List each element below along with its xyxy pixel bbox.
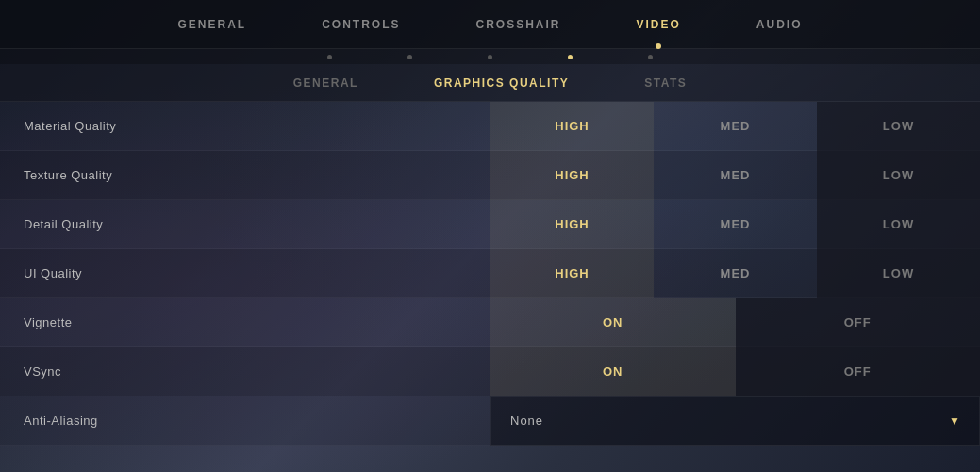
row-texture-quality: Texture Quality High Med Low (0, 151, 980, 200)
chevron-down-icon: ▼ (949, 414, 960, 428)
options-detail-quality: High Med Low (490, 200, 980, 249)
dot-controls-circle (407, 55, 412, 59)
option-material-high[interactable]: High (490, 102, 654, 151)
dot-crosshair-circle (488, 55, 492, 59)
sub-nav-stats[interactable]: STATS (635, 76, 696, 90)
dot-video (530, 55, 610, 59)
nav-item-general[interactable]: GENERAL (140, 0, 284, 49)
nav-item-controls[interactable]: CONTROLS (284, 0, 438, 49)
row-anti-aliasing: Anti-Aliasing None ▼ (0, 396, 980, 446)
option-texture-med[interactable]: Med (654, 151, 817, 200)
option-ui-med[interactable]: Med (654, 249, 817, 298)
dropdown-anti-aliasing[interactable]: None ▼ (490, 396, 980, 446)
option-vsync-on[interactable]: On (490, 347, 736, 396)
dropdown-anti-aliasing-value: None (510, 413, 543, 428)
nav-item-audio[interactable]: AUDIO (719, 0, 840, 49)
sub-nav-general[interactable]: GENERAL (284, 76, 368, 90)
dot-audio (610, 55, 690, 59)
label-material-quality: Material Quality (0, 119, 490, 133)
row-vsync: VSync On Off (0, 347, 980, 396)
dot-general (290, 55, 370, 59)
dot-general-circle (327, 55, 332, 59)
option-texture-low[interactable]: Low (817, 151, 980, 200)
options-vignette: On Off (490, 298, 980, 347)
label-vsync: VSync (0, 364, 490, 379)
nav-item-video[interactable]: VIDEO (599, 0, 719, 49)
label-detail-quality: Detail Quality (0, 217, 490, 231)
row-material-quality: Material Quality High Med Low (0, 102, 980, 151)
nav-indicator-row (0, 49, 980, 64)
options-vsync: On Off (490, 347, 980, 396)
options-material-quality: High Med Low (490, 102, 980, 151)
options-ui-quality: High Med Low (490, 249, 980, 298)
label-anti-aliasing: Anti-Aliasing (0, 413, 490, 428)
option-detail-high[interactable]: High (490, 200, 654, 249)
option-vignette-off[interactable]: Off (736, 298, 981, 347)
row-vignette: Vignette On Off (0, 298, 980, 347)
option-vignette-on[interactable]: On (490, 298, 736, 347)
row-detail-quality: Detail Quality High Med Low (0, 200, 980, 249)
top-nav: GENERAL CONTROLS CROSSHAIR VIDEO AUDIO (0, 0, 980, 49)
option-texture-high[interactable]: High (490, 151, 654, 200)
sub-nav: GENERAL GRAPHICS QUALITY STATS (0, 64, 980, 102)
nav-item-crosshair[interactable]: CROSSHAIR (438, 0, 598, 49)
dot-crosshair (450, 55, 530, 59)
dot-controls (370, 55, 450, 59)
option-detail-low[interactable]: Low (817, 200, 980, 249)
dropdown-anti-aliasing-wrapper: None ▼ (490, 396, 980, 446)
option-vsync-off[interactable]: Off (736, 347, 981, 396)
options-texture-quality: High Med Low (490, 151, 980, 200)
label-vignette: Vignette (0, 315, 490, 329)
settings-area: Material Quality High Med Low Texture Qu… (0, 102, 980, 446)
option-material-low[interactable]: Low (817, 102, 980, 151)
option-ui-high[interactable]: High (490, 249, 654, 298)
dot-video-circle (568, 55, 573, 59)
option-detail-med[interactable]: Med (654, 200, 817, 249)
dot-audio-circle (648, 55, 653, 59)
option-ui-low[interactable]: Low (817, 249, 980, 298)
label-ui-quality: UI Quality (0, 266, 490, 280)
sub-nav-graphics-quality[interactable]: GRAPHICS QUALITY (424, 76, 578, 90)
label-texture-quality: Texture Quality (0, 168, 490, 182)
option-material-med[interactable]: Med (654, 102, 817, 151)
row-ui-quality: UI Quality High Med Low (0, 249, 980, 298)
